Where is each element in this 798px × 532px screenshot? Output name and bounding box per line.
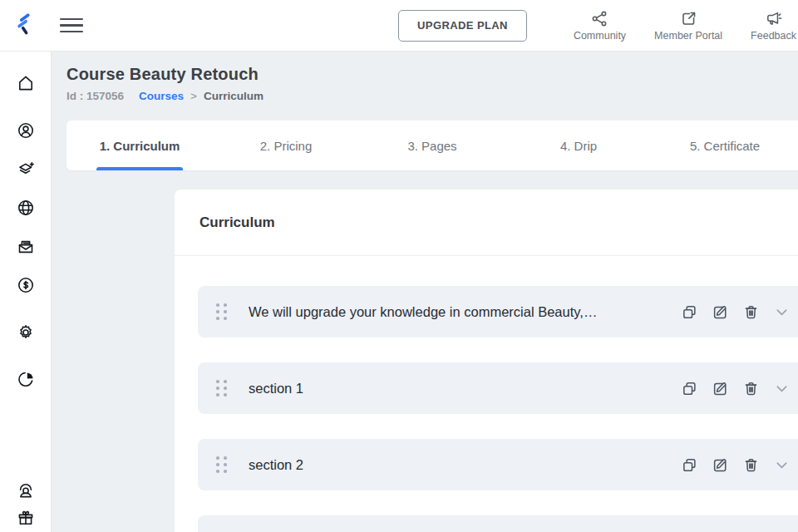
- expand-button[interactable]: [773, 303, 790, 320]
- breadcrumb: Id : 157056 Courses > Curriculum: [66, 90, 798, 102]
- chevron-down-icon: [774, 457, 790, 473]
- freshlearn-logo: [13, 12, 37, 39]
- home-icon: [17, 74, 35, 92]
- curriculum-card-title: Curriculum: [200, 214, 275, 231]
- nav-member-portal[interactable]: Member Portal: [654, 10, 722, 42]
- settings-icon: [17, 323, 35, 342]
- row-actions: [681, 380, 790, 397]
- breadcrumb-separator: >: [190, 90, 197, 102]
- sidebar-item-reports[interactable]: [13, 368, 38, 390]
- sidebar-item-members[interactable]: [13, 120, 38, 141]
- drag-handle-icon[interactable]: [216, 303, 227, 320]
- course-id: Id : 157056: [66, 90, 124, 102]
- nav-label: Member Portal: [654, 30, 722, 42]
- sidebar-item-website[interactable]: [13, 197, 38, 219]
- copy-icon: [682, 381, 697, 397]
- sidebar: [0, 52, 52, 532]
- tab-certificate[interactable]: 5. Certificate: [652, 121, 798, 170]
- email-icon: [17, 238, 35, 256]
- section-row: We will upgrade your knowledge in commer…: [198, 286, 798, 337]
- members-icon: [17, 121, 35, 140]
- expand-button[interactable]: [773, 456, 790, 473]
- share-network-icon: [591, 10, 608, 27]
- delete-button[interactable]: [742, 380, 759, 397]
- main-content: Course Beauty Retouch Id : 157056 Course…: [52, 52, 798, 532]
- expand-button[interactable]: [773, 380, 790, 397]
- breadcrumb-current: Curriculum: [204, 90, 264, 102]
- copy-icon: [682, 304, 697, 320]
- tab-drip[interactable]: 4. Drip: [505, 121, 652, 170]
- chevron-down-icon: [774, 304, 790, 320]
- page-title: Course Beauty Retouch: [66, 65, 798, 84]
- edit-icon: [712, 381, 728, 397]
- sidebar-item-email[interactable]: [13, 236, 38, 258]
- edit-button[interactable]: [712, 303, 728, 320]
- nav-feedback[interactable]: Feedback: [751, 10, 796, 42]
- products-icon: [17, 160, 35, 179]
- menu-toggle-button[interactable]: [60, 16, 85, 36]
- nav-label: Feedback: [751, 30, 796, 42]
- copy-icon: [682, 457, 697, 473]
- external-link-icon: [680, 10, 697, 27]
- edit-icon: [712, 457, 728, 473]
- edit-button[interactable]: [712, 456, 728, 473]
- trash-icon: [743, 381, 759, 397]
- rewards-icon: [17, 509, 35, 527]
- breadcrumb-courses-link[interactable]: Courses: [139, 90, 184, 102]
- sidebar-item-support[interactable]: [13, 480, 38, 501]
- top-header: UPGRADE PLAN Community Member Portal: [0, 0, 798, 52]
- tab-pricing[interactable]: 2. Pricing: [213, 121, 359, 170]
- megaphone-icon: [765, 10, 782, 27]
- drag-handle-icon[interactable]: [216, 380, 227, 397]
- sales-icon: [17, 276, 35, 294]
- tab-pages[interactable]: 3. Pages: [359, 121, 505, 170]
- row-actions: [681, 303, 790, 320]
- sidebar-item-products[interactable]: [13, 159, 38, 180]
- row-actions: [681, 456, 790, 473]
- support-icon: [17, 481, 35, 500]
- duplicate-button[interactable]: [681, 380, 697, 397]
- sidebar-item-settings[interactable]: [13, 322, 38, 343]
- delete-button[interactable]: [742, 303, 759, 320]
- course-step-tabs: 1. Curriculum 2. Pricing 3. Pages 4. Dri…: [66, 121, 798, 170]
- curriculum-card-header: Curriculum: [175, 190, 798, 256]
- section-title: section 2: [249, 457, 681, 473]
- edit-icon: [712, 304, 728, 320]
- website-icon: [17, 199, 35, 217]
- edit-button[interactable]: [712, 380, 728, 397]
- upgrade-plan-button[interactable]: UPGRADE PLAN: [398, 10, 527, 42]
- page-header: Course Beauty Retouch Id : 157056 Course…: [52, 52, 798, 102]
- curriculum-card: Curriculum We will upgrade your knowledg…: [175, 190, 798, 532]
- chevron-down-icon: [774, 381, 790, 397]
- sidebar-item-home[interactable]: [13, 72, 38, 94]
- tab-curriculum[interactable]: 1. Curriculum: [66, 121, 213, 170]
- app-window: UPGRADE PLAN Community Member Portal: [0, 0, 798, 532]
- section-row: section 2: [198, 439, 798, 490]
- section-row: section 1: [198, 362, 798, 414]
- sidebar-item-sales[interactable]: [13, 274, 38, 296]
- nav-label: Community: [574, 30, 626, 42]
- drag-handle-icon[interactable]: [216, 456, 227, 473]
- reports-icon: [17, 370, 35, 388]
- trash-icon: [743, 457, 759, 473]
- sidebar-item-rewards[interactable]: [13, 507, 38, 529]
- duplicate-button[interactable]: [681, 456, 697, 473]
- duplicate-button[interactable]: [681, 303, 697, 320]
- section-row-partial: [198, 515, 798, 532]
- trash-icon: [743, 304, 759, 320]
- header-actions: UPGRADE PLAN Community Member Portal: [398, 10, 798, 42]
- section-title: section 1: [249, 381, 681, 397]
- nav-community[interactable]: Community: [574, 10, 626, 42]
- section-title: We will upgrade your knowledge in commer…: [249, 304, 681, 320]
- delete-button[interactable]: [742, 456, 759, 473]
- curriculum-section-list: We will upgrade your knowledge in commer…: [175, 256, 798, 532]
